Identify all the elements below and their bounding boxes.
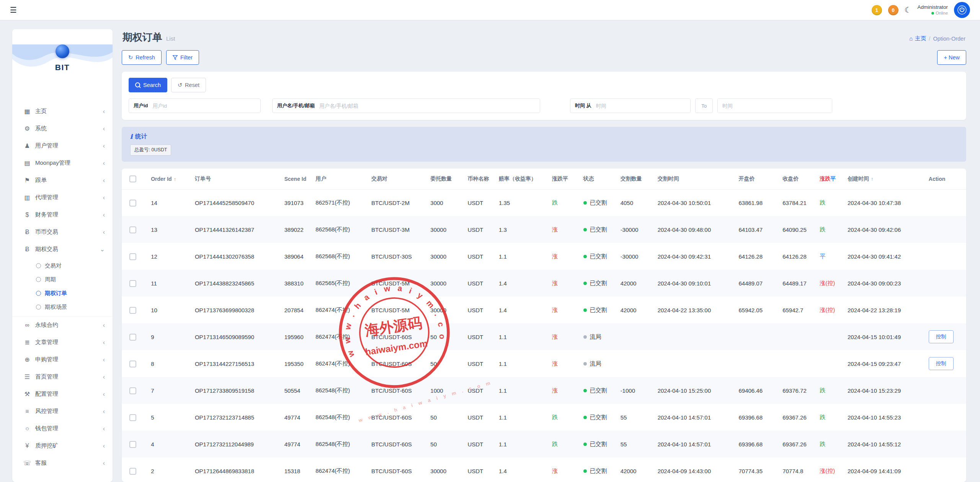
row-checkbox[interactable] — [129, 307, 136, 314]
sidebar-subitem[interactable]: 交易对 — [12, 259, 113, 272]
sidebar-item-perpetual[interactable]: ∞永续合约‹ — [12, 316, 113, 334]
cell-user: 862548(不控) — [312, 431, 368, 457]
cell-close-price: 64090.25 — [779, 216, 816, 243]
cell-direction: 涨 — [548, 270, 580, 297]
sidebar-item-label: 质押挖矿 — [35, 442, 103, 449]
column-header[interactable]: 创建时间↑ — [844, 169, 925, 189]
row-checkbox[interactable] — [129, 414, 136, 421]
chevron-left-icon: ‹ — [103, 356, 105, 363]
column-header: 赔率（收益率） — [495, 169, 548, 189]
breadcrumb-home-link[interactable]: ⌂ 主页 — [909, 35, 926, 42]
row-checkbox[interactable] — [129, 387, 136, 394]
sidebar-item-subscribe[interactable]: ⊕申购管理‹ — [12, 351, 113, 368]
sidebar-item-wallet[interactable]: ○钱包管理‹ — [12, 420, 113, 437]
breadcrumb-current[interactable]: Option-Order — [933, 36, 965, 42]
control-button[interactable]: 控制 — [929, 357, 954, 370]
row-checkbox[interactable] — [129, 200, 136, 207]
filter-group-label: 时间 从 — [570, 102, 596, 109]
sidebar-item-users[interactable]: ♟用户管理‹ — [12, 137, 113, 154]
sort-arrow-icon: ↑ — [174, 176, 176, 182]
filter-input-end-time[interactable] — [718, 99, 832, 113]
column-header[interactable]: Order Id↑ — [147, 169, 191, 189]
cell-settle-time — [654, 323, 735, 350]
sidebar-item-agent[interactable]: ▥代理管理‹ — [12, 189, 113, 206]
logo-area: BIT — [12, 44, 113, 103]
sidebar-item-article[interactable]: ≣文章管理‹ — [12, 334, 113, 351]
filter-button[interactable]: Filter — [166, 50, 199, 65]
sidebar-item-finance[interactable]: $财务管理‹ — [12, 206, 113, 223]
sidebar-item-label: 钱包管理 — [35, 425, 103, 432]
refresh-button[interactable]: ↻ Refresh — [122, 50, 162, 65]
sidebar-item-risk[interactable]: ≡风控管理‹ — [12, 403, 113, 420]
cell-checkbox — [122, 377, 147, 404]
sidebar-item-home[interactable]: ▦主页‹ — [12, 103, 113, 120]
row-checkbox[interactable] — [129, 334, 136, 341]
row-checkbox[interactable] — [129, 226, 136, 233]
cell-order-no: OP1712733809519158 — [191, 377, 281, 404]
avatar[interactable] — [954, 2, 970, 18]
logo-sphere-icon — [56, 44, 69, 58]
filter-input[interactable] — [596, 99, 690, 113]
cell-coin: USDT — [464, 323, 495, 350]
status-dot-icon — [583, 389, 587, 392]
cell-created: 2024-04-15 10:01:49 — [844, 323, 925, 350]
cell-close-price: 63784.21 — [779, 189, 816, 216]
orange-coin-badge[interactable]: 0 — [888, 5, 898, 15]
cell-result: 跌 — [816, 431, 844, 457]
status-dot-icon — [583, 469, 587, 473]
cell-user: 862474(不控) — [312, 323, 368, 350]
sidebar-item-support[interactable]: ☏客服‹ — [12, 454, 113, 472]
cell-close-price — [779, 350, 816, 377]
row-checkbox[interactable] — [129, 468, 136, 475]
filter-group-end — [717, 98, 832, 113]
cell-status: 已交割 — [580, 270, 617, 297]
cell-user: 862474(不控) — [312, 297, 368, 323]
sidebar-item-config[interactable]: ⚒配置管理‹ — [12, 385, 113, 403]
row-checkbox[interactable] — [129, 441, 136, 448]
cell-order-id: 2 — [147, 457, 191, 482]
cell-checkbox — [122, 189, 147, 216]
sidebar-item-staking[interactable]: ¥质押挖矿‹ — [12, 437, 113, 454]
chevron-left-icon: ‹ — [103, 125, 105, 132]
sidebar-subitem[interactable]: 期权场景 — [12, 300, 113, 314]
select-all-checkbox[interactable] — [129, 175, 136, 182]
dark-mode-icon[interactable]: ☾ — [905, 5, 911, 15]
row-checkbox[interactable] — [129, 253, 136, 260]
reset-button[interactable]: ↺ Reset — [171, 78, 206, 92]
hamburger-menu-icon[interactable]: ☰ — [10, 5, 17, 15]
sidebar-subitem[interactable]: 周期 — [12, 272, 113, 286]
row-checkbox[interactable] — [129, 280, 136, 287]
cell-pair: BTC/USDT-30S — [368, 243, 426, 270]
gold-coin-badge[interactable]: 1 — [872, 5, 882, 15]
cell-direction: 跌 — [548, 431, 580, 457]
sidebar-item-options[interactable]: Ƀ期权交易⌄ — [12, 241, 113, 258]
cell-result: 跌 — [816, 404, 844, 431]
homepage-icon: ☰ — [22, 373, 32, 380]
cell-open-price — [735, 350, 779, 377]
sidebar-item-follow[interactable]: ⚑跟单‹ — [12, 172, 113, 189]
control-button[interactable]: 控制 — [929, 330, 954, 343]
agent-icon: ▥ — [22, 194, 32, 201]
column-header: 委托数量 — [426, 169, 464, 189]
cell-order-id: 12 — [147, 243, 191, 270]
sidebar-item-system[interactable]: ⚙系统‹ — [12, 120, 113, 137]
row-checkbox[interactable] — [129, 361, 136, 367]
new-button[interactable]: + New — [937, 50, 966, 65]
filter-input[interactable] — [319, 99, 540, 113]
home-icon: ▦ — [22, 108, 32, 115]
filter-input[interactable] — [153, 99, 260, 113]
spot-icon: Ƀ — [22, 229, 32, 236]
sidebar-subitem[interactable]: 期权订单 — [12, 286, 113, 300]
cell-rate: 1.1 — [495, 431, 548, 457]
system-icon: ⚙ — [22, 125, 32, 132]
sidebar-item-homepage[interactable]: ☰首页管理‹ — [12, 368, 113, 385]
sidebar-item-moonpay[interactable]: ▤Moonpay管理‹ — [12, 154, 113, 172]
cell-user: 862565(不控) — [312, 270, 368, 297]
admin-info[interactable]: Administrator Online — [917, 4, 948, 16]
cell-order-no: OP1714445258509470 — [191, 189, 281, 216]
sidebar-item-spot[interactable]: Ƀ币币交易‹ — [12, 223, 113, 241]
search-button[interactable]: Search — [129, 78, 167, 92]
topbar-right: 1 0 ☾ Administrator Online — [872, 2, 970, 18]
cell-pair: BTC/USDT-60S — [368, 350, 426, 377]
cell-pair: BTC/USDT-60S — [368, 323, 426, 350]
